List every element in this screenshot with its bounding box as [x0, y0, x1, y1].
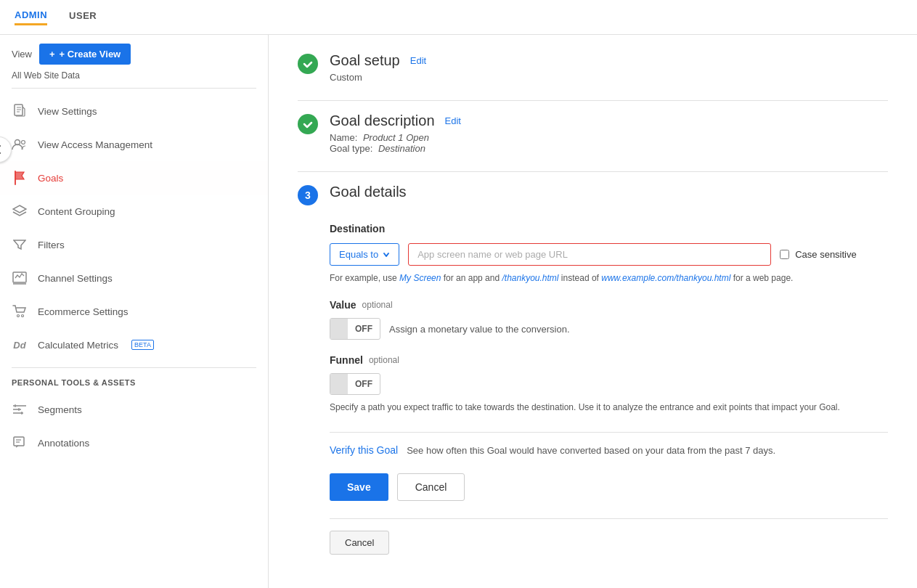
goal-description-type: Goal type: Destination	[330, 143, 888, 154]
sidebar-item-goals[interactable]: Goals	[0, 161, 268, 195]
goal-setup-body: Goal setup Edit Custom	[330, 52, 888, 83]
segments-label: Segments	[38, 404, 82, 415]
create-view-button[interactable]: + + Create View	[39, 44, 131, 65]
goal-setup-check-icon	[298, 54, 318, 74]
save-button[interactable]: Save	[330, 473, 388, 501]
goal-setup-subtitle: Custom	[330, 72, 888, 83]
filters-label: Filters	[38, 240, 65, 250]
value-toggle-label: OFF	[348, 319, 380, 338]
sidebar-item-annotations[interactable]: Annotations	[0, 426, 268, 460]
goal-details-body: Goal details	[330, 184, 888, 200]
nav-admin[interactable]: ADMIN	[15, 9, 47, 25]
all-sites-label: All Web Site Data	[0, 70, 268, 88]
view-settings-label: View Settings	[38, 106, 97, 117]
funnel-optional-tag: optional	[369, 355, 399, 365]
content-area: Goal setup Edit Custom Goal description …	[269, 35, 917, 588]
value-section: Value optional OFF Assign a monetary val…	[330, 299, 888, 340]
goal-setup-title-row: Goal setup Edit	[330, 52, 888, 69]
case-sensitive-checkbox[interactable]	[780, 250, 789, 259]
goal-description-title: Goal description	[330, 113, 435, 129]
cancel-button[interactable]: Cancel	[397, 473, 465, 501]
document-icon	[12, 103, 28, 119]
channel-settings-label: Channel Settings	[38, 273, 113, 284]
goal-setup-edit-link[interactable]: Edit	[410, 55, 426, 66]
sidebar: View + + Create View All Web Site Data V…	[0, 35, 269, 588]
calculated-metrics-label: Calculated Metrics	[38, 340, 118, 351]
bottom-cancel-button[interactable]: Cancel	[330, 531, 389, 555]
value-toggle-handle	[330, 319, 348, 339]
sidebar-item-channel-settings[interactable]: Channel Settings	[0, 261, 268, 295]
ecommerce-settings-label: Ecommerce Settings	[38, 306, 129, 317]
action-buttons: Save Cancel	[330, 473, 888, 501]
funnel-section: Funnel optional OFF Specify a path you e…	[330, 354, 888, 415]
goals-label: Goals	[38, 173, 63, 184]
view-label: View	[12, 49, 32, 60]
funnel-label-row: Funnel optional	[330, 354, 888, 366]
plus-icon: +	[49, 49, 55, 60]
goal-description-check-icon	[298, 114, 318, 134]
dd-icon: Dd	[12, 337, 28, 353]
case-sensitive-row: Case sensitive	[780, 249, 857, 260]
funnel-toggle-button[interactable]: OFF	[330, 373, 380, 395]
value-toggle-button[interactable]: OFF	[330, 318, 380, 340]
segments-icon	[12, 401, 28, 417]
funnel-toggle-handle	[330, 374, 348, 394]
verify-description: See how often this Goal would have conve…	[407, 445, 775, 456]
goal-description-name: Name: Product 1 Open	[330, 132, 888, 143]
verify-row: Verify this Goal See how often this Goal…	[330, 444, 888, 456]
content-grouping-label: Content Grouping	[38, 206, 115, 217]
value-toggle-row: OFF Assign a monetary value to the conve…	[330, 318, 888, 340]
sidebar-item-content-grouping[interactable]: Content Grouping	[0, 195, 268, 228]
value-label-row: Value optional	[330, 299, 888, 311]
case-sensitive-label: Case sensitive	[795, 249, 857, 260]
svg-point-2	[22, 141, 25, 144]
sidebar-item-calculated-metrics[interactable]: Dd Calculated Metrics BETA	[0, 328, 268, 362]
layers-icon	[12, 203, 28, 219]
sidebar-item-view-access-management[interactable]: View Access Management	[0, 128, 268, 161]
goal-details-content: Destination Equals to Case sensitive	[330, 223, 888, 555]
value-optional-tag: optional	[362, 300, 393, 310]
funnel-toggle-row: OFF	[330, 373, 888, 395]
view-access-management-label: View Access Management	[38, 139, 152, 150]
annotations-label: Annotations	[38, 438, 89, 449]
sidebar-item-segments[interactable]: Segments	[0, 393, 268, 426]
main-layout: View + + Create View All Web Site Data V…	[0, 35, 917, 588]
filter-icon	[12, 237, 28, 253]
personal-tools-label: PERSONAL TOOLS & ASSETS	[0, 368, 268, 393]
sidebar-item-view-settings[interactable]: View Settings	[0, 94, 268, 128]
equals-to-button[interactable]: Equals to	[330, 243, 399, 266]
funnel-label: Funnel	[330, 354, 363, 366]
example-text: For example, use My Screen for an app an…	[330, 271, 888, 285]
nav-user[interactable]: USER	[69, 10, 97, 24]
sidebar-item-ecommerce-settings[interactable]: Ecommerce Settings	[0, 295, 268, 328]
svg-point-5	[17, 315, 20, 317]
funnel-toggle-label: OFF	[348, 375, 380, 393]
destination-row: Equals to Case sensitive	[330, 243, 888, 266]
goal-setup-section: Goal setup Edit Custom	[298, 52, 888, 83]
value-label: Value	[330, 299, 356, 311]
equals-to-label: Equals to	[339, 249, 378, 260]
value-toggle-description: Assign a monetary value to the conversio…	[389, 324, 570, 335]
goal-description-section: Goal description Edit Name: Product 1 Op…	[298, 113, 888, 154]
people-icon	[12, 136, 28, 152]
svg-rect-13	[14, 437, 24, 446]
goal-details-title: Goal details	[330, 184, 407, 200]
goal-details-section: 3 Goal details Destination Equals to	[298, 184, 888, 555]
destination-label: Destination	[330, 223, 888, 234]
goal-description-body: Goal description Edit Name: Product 1 Op…	[330, 113, 888, 154]
sidebar-header: View + + Create View	[0, 35, 268, 70]
funnel-description: Specify a path you expect traffic to tak…	[330, 401, 888, 415]
goal-setup-title: Goal setup	[330, 52, 400, 69]
sidebar-nav: View Settings View Access Management	[0, 89, 268, 367]
sidebar-item-filters[interactable]: Filters	[0, 228, 268, 261]
goal-description-title-row: Goal description Edit	[330, 113, 888, 129]
goal-description-edit-link[interactable]: Edit	[445, 115, 461, 126]
bottom-cancel-row: Cancel	[330, 531, 888, 555]
verify-goal-link[interactable]: Verify this Goal	[330, 444, 398, 456]
svg-point-6	[22, 315, 24, 317]
create-view-label: + Create View	[60, 49, 121, 60]
annotations-icon	[12, 435, 28, 451]
beta-badge: BETA	[131, 340, 154, 350]
url-input[interactable]	[408, 243, 771, 266]
cart-icon	[12, 303, 28, 319]
